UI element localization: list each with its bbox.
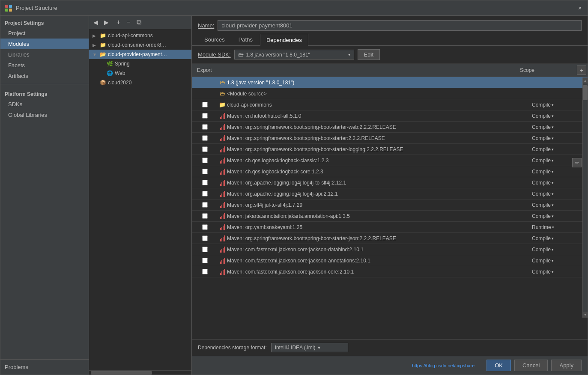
scope-value: Compile ▾ [532,146,588,152]
title-bar: Project Structure × [0,0,588,16]
export-checkbox[interactable] [202,135,208,141]
apply-button[interactable]: Apply [551,360,582,371]
sidebar-item-libraries[interactable]: Libraries [0,49,89,60]
table-row[interactable]: Maven: org.springframework.boot:spring-b… [192,133,588,144]
table-row[interactable]: Maven: org.apache.logging.log4j:log4j-to… [192,177,588,188]
export-checkbox[interactable] [202,202,208,208]
export-checkbox[interactable] [202,247,208,252]
row-check [192,180,218,185]
ok-button[interactable]: OK [487,360,511,371]
sdk-select[interactable]: 🗁 1.8 java version "1.8.0_181" ▾ [234,50,354,60]
tree-item-cloud2020[interactable]: 📦 cloud2020 [89,78,191,87]
table-row[interactable]: 📁cloud-api-commonsCompile ▾ [192,99,588,110]
cancel-button[interactable]: Cancel [514,360,548,371]
back-button[interactable]: ◀ [92,18,100,27]
row-icon: 📁 [218,101,227,108]
copy-module-button[interactable]: ⧉ [135,18,143,27]
sidebar-item-modules[interactable]: Modules [0,39,89,49]
add-module-button[interactable]: + [115,18,122,27]
table-row[interactable]: Maven: com.fasterxml.jackson.core:jackso… [192,255,588,266]
table-row[interactable]: Maven: org.apache.logging.log4j:log4j-ap… [192,188,588,199]
export-checkbox[interactable] [202,258,208,263]
tab-dependencies[interactable]: Dependencies [260,34,308,46]
tree-arrow-expanded-icon: ▼ [93,52,98,57]
jar-icon [220,124,225,130]
vertical-scrollbar[interactable]: ▲ ▼ [582,77,588,318]
storage-select[interactable]: IntelliJ IDEA (.iml) ▾ [271,343,348,352]
scroll-down-button[interactable]: ▼ [583,312,588,318]
table-row[interactable]: Maven: ch.qos.logback:logback-core:1.2.3… [192,166,588,177]
table-row[interactable]: Maven: ch.qos.logback:logback-classic:1.… [192,155,588,166]
export-checkbox[interactable] [202,235,208,241]
col-export-header: Export [192,67,218,73]
add-dependency-button[interactable]: + [577,65,586,75]
dependency-name: Maven: org.slf4j:jul-to-slf4j:1.7.29 [227,202,532,208]
jar-icon [220,113,225,119]
export-checkbox[interactable] [202,124,208,130]
scope-dropdown-arrow: ▾ [552,103,554,107]
scope-value: Compile ▾ [532,169,588,175]
sidebar-item-sdks[interactable]: SDKs [0,99,89,110]
row-icon [218,202,227,208]
name-input[interactable]: cloud-provider-payment8001 [218,20,582,31]
table-row[interactable]: Maven: org.springframework.boot:spring-b… [192,233,588,244]
export-checkbox[interactable] [202,269,208,274]
sidebar-item-global-libraries[interactable]: Global Libraries [0,110,89,120]
export-checkbox[interactable] [202,113,208,119]
table-row[interactable]: Maven: com.fasterxml.jackson.core:jackso… [192,266,588,277]
table-row[interactable]: Maven: org.springframework.boot:spring-b… [192,122,588,133]
tree-item-cloud-consumer-order8[interactable]: ▶ 📁 cloud-consumer-order8… [89,40,191,50]
sidebar-item-project[interactable]: Project [0,28,89,39]
row-icon [218,124,227,130]
table-row[interactable]: Maven: cn.hutool:hutool-all:5.1.0Compile… [192,110,588,122]
close-button[interactable]: × [576,5,583,12]
jar-icon [220,146,225,152]
remove-module-button[interactable]: − [125,18,132,27]
tree-item-cloud-provider-payment[interactable]: ▼ 📂 cloud-provider-payment… [89,50,191,59]
table-row[interactable]: Maven: jakarta.annotation:jakarta.annota… [192,211,588,222]
storage-format-row: Dependencies storage format: IntelliJ ID… [192,339,588,356]
row-icon [218,224,227,230]
svg-rect-3 [9,9,12,12]
dependency-name: Maven: com.fasterxml.jackson.core:jackso… [227,258,532,264]
export-checkbox[interactable] [202,180,208,185]
table-row[interactable]: Maven: org.yaml:snakeyaml:1.25Runtime ▾ [192,222,588,233]
tab-paths[interactable]: Paths [232,33,259,45]
scope-value: Compile ▾ [532,258,588,264]
export-checkbox[interactable] [202,213,208,219]
row-icon [218,191,227,197]
tree-item-cloud-api-commons[interactable]: ▶ 📁 cloud-api-commons [89,31,191,40]
edit-dependency-button[interactable]: ✏ [572,158,582,167]
scroll-up-button[interactable]: ▲ [583,77,588,83]
project-structure-dialog: Project Structure × Project Settings Pro… [0,0,588,375]
table-row[interactable]: 🗁1.8 (java version "1.8.0_181") [192,77,588,88]
sidebar-item-facets[interactable]: Facets [0,60,89,71]
export-checkbox[interactable] [202,102,208,107]
export-checkbox[interactable] [202,224,208,230]
table-row[interactable]: 🗁<Module source> [192,88,588,99]
export-checkbox[interactable] [202,169,208,174]
name-label: Name: [198,22,214,29]
jar-icon [220,169,225,175]
folder-open-icon: 📂 [99,51,106,58]
row-check [192,158,218,163]
folder-icon: 📁 [99,42,106,48]
tree-item-web[interactable]: 🌐 Web [89,68,191,78]
project-settings-label: Project Settings [0,16,89,28]
dependency-list: 🗁1.8 (java version "1.8.0_181")🗁<Module … [192,77,588,339]
sidebar-item-artifacts[interactable]: Artifacts [0,71,89,81]
export-checkbox[interactable] [202,158,208,163]
scope-dropdown-arrow: ▾ [552,247,554,252]
module-icon: 📦 [99,79,106,86]
tree-item-spring[interactable]: 🌿 Spring [89,59,191,68]
tab-sources[interactable]: Sources [198,33,231,45]
table-row[interactable]: Maven: org.springframework.boot:spring-b… [192,144,588,155]
export-checkbox[interactable] [202,191,208,196]
tree-item-label: Spring [115,61,130,67]
table-row[interactable]: Maven: com.fasterxml.jackson.core:jackso… [192,244,588,255]
forward-button[interactable]: ▶ [102,18,110,27]
row-check [192,169,218,174]
edit-sdk-button[interactable]: Edit [358,49,380,60]
export-checkbox[interactable] [202,146,208,152]
table-row[interactable]: Maven: org.slf4j:jul-to-slf4j:1.7.29Comp… [192,199,588,211]
